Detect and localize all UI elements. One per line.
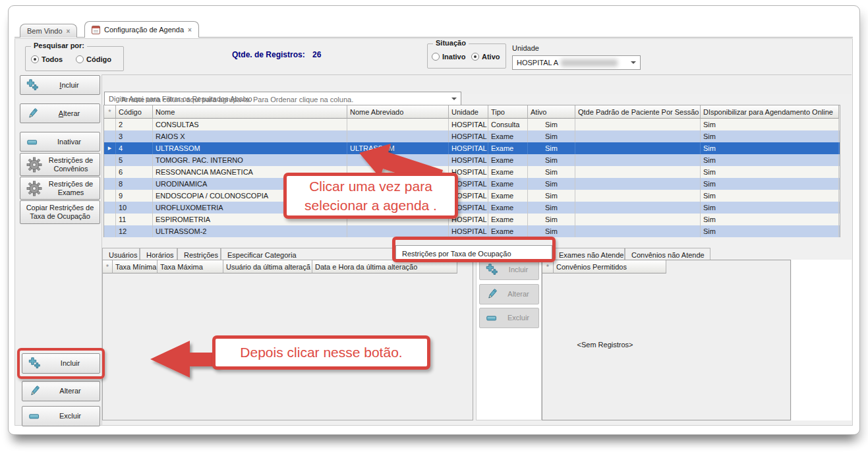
cell xyxy=(575,154,701,166)
button-label: Restrições de Convênios xyxy=(42,156,100,173)
detail-tab-especificar-categoria[interactable]: Especificar Categoria xyxy=(221,248,395,261)
table-row-10[interactable]: 10UROFLUXOMETRIAHOSPITALExameSimSim xyxy=(104,202,840,214)
calendar-icon xyxy=(92,26,100,34)
taxa-column-header-4[interactable]: Data e Hora da última alteração xyxy=(312,260,457,273)
column-header-2[interactable]: Nome xyxy=(153,105,347,119)
radio-codigo-icon[interactable] xyxy=(76,55,84,63)
detail-tab-restri-es[interactable]: Restrições xyxy=(177,248,221,261)
cell xyxy=(347,130,449,142)
table-row-4[interactable]: ▶4ULTRASSOMULTRASSOMHOSPITALExameSimSim xyxy=(104,142,840,154)
cell: 8 xyxy=(116,178,153,190)
detail-tab-label: Usuários xyxy=(109,251,137,259)
gear-icon xyxy=(26,181,42,196)
radio-ativo-icon[interactable] xyxy=(471,53,479,61)
taxa-button-alterar[interactable]: Alterar xyxy=(22,381,100,401)
side-button-inativar[interactable]: Inativar xyxy=(20,132,100,152)
unidade-combobox[interactable]: HOSPITAL A xyxy=(512,55,641,70)
column-chooser-icon[interactable]: * xyxy=(104,105,116,119)
radio-inativo-icon[interactable] xyxy=(432,53,440,61)
agenda-grid-body: 2CONSULTASHOSPITALConsultaSimSim3RAIOS X… xyxy=(104,119,840,237)
callout-click-button: Depois clicar nesse botão. xyxy=(212,335,430,370)
taxa-column-header-1[interactable]: Taxa Mínima xyxy=(113,260,158,273)
cell: RAIOS X xyxy=(153,130,347,142)
cell: 5 xyxy=(116,154,153,166)
column-header-7[interactable]: Qtde Padrão de Paciente Por Sessão xyxy=(575,105,701,119)
button-label: Excluir xyxy=(498,314,538,322)
bar-icon xyxy=(486,312,498,324)
convenios-grid-panel: *Convênios Permitidos <Sem Registros> xyxy=(542,260,791,420)
cell xyxy=(575,202,701,214)
cell: Sim xyxy=(701,214,839,225)
situacao-legend: Situação xyxy=(433,39,469,47)
detail-tab-label: Especificar Categoria xyxy=(227,251,297,259)
convenios-button-alterar[interactable]: Alterar xyxy=(479,284,539,304)
row-indicator xyxy=(104,178,116,190)
convenios-button-incluir[interactable]: Incluir xyxy=(479,260,539,280)
cell: 12 xyxy=(116,225,153,237)
tab-close-icon[interactable]: × xyxy=(188,26,192,34)
table-row-2[interactable]: 2CONSULTASHOSPITALConsultaSimSim xyxy=(104,119,840,130)
convenios-column-header[interactable]: Convênios Permitidos xyxy=(554,260,666,273)
radio-todos-icon[interactable] xyxy=(31,55,39,63)
radio-codigo[interactable]: Código xyxy=(76,55,111,63)
table-row-8[interactable]: 8URODINAMICAHOSPITALExameSimSim xyxy=(104,178,840,190)
side-button-copiar-restri-es-de-taxa-de-ocupa-o[interactable]: Copiar Restrições de Taxa de Ocupação xyxy=(20,200,100,224)
tab-close-icon[interactable]: × xyxy=(67,28,71,35)
cell: HOSPITAL xyxy=(449,119,488,130)
side-button-alterar[interactable]: Alterar xyxy=(20,103,100,123)
convenios-button-excluir[interactable]: Excluir xyxy=(479,308,539,328)
cell: Exame xyxy=(488,130,528,142)
records-count: Qtde. de Registros: 26 xyxy=(232,50,321,59)
radio-todos[interactable]: Todos xyxy=(31,55,63,63)
table-row-9[interactable]: 9ENDOSCOPIA / COLONOSCOPIAHOSPITALExameS… xyxy=(104,190,840,202)
records-count-value: 26 xyxy=(312,50,321,59)
column-header-3[interactable]: Nome Abreviado xyxy=(347,105,449,119)
tab-configuracao-de-agenda[interactable]: Configuração de Agenda × xyxy=(84,21,199,38)
convenios-grid-header: *Convênios Permitidos xyxy=(542,260,790,273)
cell: Exame xyxy=(488,178,528,190)
cell: Exame xyxy=(488,166,528,178)
table-row-5[interactable]: 5TOMOGR. PAC. INTERNOHOSPITALExameSimSim xyxy=(104,154,840,166)
cell: Sim xyxy=(528,142,575,154)
tab-bem-vindo[interactable]: Bem Vindo × xyxy=(20,24,77,38)
screenshot-stage: Bem Vindo × Configuração de Agenda × Pes… xyxy=(0,0,868,458)
side-button-restri-es-de-conv-nios[interactable]: Restrições de Convênios xyxy=(20,153,100,176)
cell xyxy=(575,214,701,225)
cell: 6 xyxy=(116,166,153,178)
cell: Sim xyxy=(528,166,575,178)
radio-inativo[interactable]: Inativo xyxy=(432,53,465,61)
cell: ULTRASSOM-2 xyxy=(153,225,347,237)
unidade-value: HOSPITAL A xyxy=(517,59,558,67)
column-chooser-icon[interactable]: * xyxy=(542,260,554,273)
taxa-column-header-3[interactable]: Usuário da última alteraçã xyxy=(223,260,312,273)
cell: Sim xyxy=(701,142,839,154)
detail-tab-conv-nios-n-o-atende[interactable]: Convênios não Atende xyxy=(625,248,710,261)
column-header-5[interactable]: Tipo xyxy=(488,105,528,119)
chevron-down-icon[interactable] xyxy=(451,98,457,100)
empty-records-text: <Sem Registros> xyxy=(542,341,668,349)
column-header-6[interactable]: Ativo xyxy=(528,105,575,119)
cell xyxy=(575,190,701,202)
pencil-icon xyxy=(28,385,41,397)
cell: HOSPITAL xyxy=(449,142,488,154)
cell xyxy=(575,178,701,190)
column-header-8[interactable]: DIsponibilizar para Agendamento Online xyxy=(701,105,839,119)
radio-ativo[interactable]: Ativo xyxy=(471,53,500,61)
table-row-6[interactable]: 6RESSONANCIA MAGNETICAHOSPITALExameSimSi… xyxy=(104,166,840,178)
taxa-column-header-2[interactable]: Taxa Máxima xyxy=(158,260,223,273)
detail-tab-usu-rios[interactable]: Usuários xyxy=(102,248,140,261)
table-row-3[interactable]: 3RAIOS XHOSPITALExameSimSim xyxy=(104,130,840,142)
detail-tab-hor-rios[interactable]: Horários xyxy=(140,248,177,261)
column-chooser-icon[interactable]: * xyxy=(103,260,113,273)
side-button-incluir[interactable]: Incluir xyxy=(20,75,100,95)
chevron-down-icon[interactable] xyxy=(631,61,636,64)
spacer-panel xyxy=(792,260,852,420)
column-header-4[interactable]: Unidade xyxy=(449,105,488,119)
detail-tab-exames-n-o-atende[interactable]: Exames não Atende xyxy=(552,248,625,261)
cell: 4 xyxy=(116,142,153,154)
taxa-button-excluir[interactable]: Excluir xyxy=(22,406,100,426)
table-row-11[interactable]: 11ESPIROMETRIAHOSPITALExameSimSim xyxy=(104,214,840,225)
column-header-1[interactable]: Código xyxy=(116,105,153,119)
cell: Exame xyxy=(488,214,528,225)
side-button-restri-es-de-exames[interactable]: Restrições de Exames xyxy=(20,177,100,200)
